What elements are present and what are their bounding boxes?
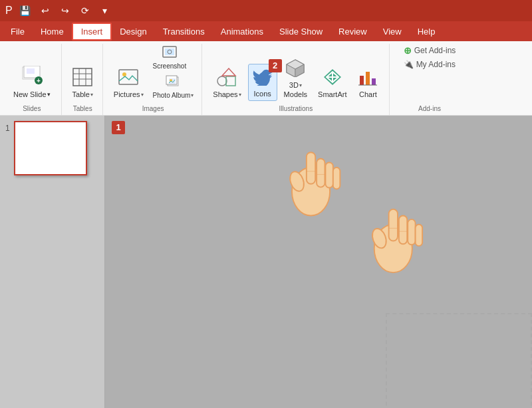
slide-thumb-container: 1 — [5, 121, 99, 175]
canvas-area: 1 — [105, 116, 532, 408]
svg-rect-11 — [119, 70, 138, 84]
3d-models-button[interactable]: 3D ▾ Models — [280, 56, 311, 101]
screenshot-label: Screenshot — [153, 62, 187, 70]
pictures-button[interactable]: Pictures ▾ — [110, 65, 148, 101]
quick-access-more-button[interactable]: ▾ — [98, 3, 112, 18]
svg-rect-34 — [366, 72, 370, 85]
ribbon-group-illustrations: Shapes ▾ Icons — [203, 44, 388, 115]
slide-thumbnail[interactable] — [14, 121, 87, 175]
screenshot-button[interactable]: Screenshot — [150, 44, 190, 72]
svg-rect-48 — [408, 219, 415, 245]
pictures-label: Pictures — [114, 90, 140, 98]
photo-album-icon — [166, 75, 180, 90]
smartart-button[interactable]: SmartArt — [314, 65, 350, 101]
ribbon-group-addins-items: ⊕ Get Add-ins 🔌 My Add-ins — [401, 44, 459, 104]
shapes-dropdown-icon: ▾ — [239, 92, 241, 98]
slide-panel: 1 — [0, 116, 105, 408]
svg-rect-46 — [389, 209, 398, 241]
menu-help[interactable]: Help — [410, 24, 444, 39]
ribbon: + New Slide ▾ Slides — [0, 41, 532, 116]
ribbon-group-tables-label: Tables — [73, 104, 92, 115]
step1-badge: 1 — [112, 121, 125, 134]
slide-number: 1 — [5, 124, 10, 133]
my-addins-button[interactable]: 🔌 My Add-ins — [401, 58, 458, 70]
ribbon-group-slides: + New Slide ▾ Slides — [3, 44, 62, 115]
ribbon-group-tables-items: Table ▾ — [68, 44, 97, 104]
menu-slideshow[interactable]: Slide Show — [271, 24, 331, 39]
ribbon-group-illustrations-label: Illustrations — [279, 104, 313, 115]
ribbon-content: + New Slide ▾ Slides — [0, 41, 532, 115]
ribbon-group-tables: Table ▾ Tables — [63, 44, 103, 115]
photo-album-button[interactable]: Photo Album ▾ — [150, 73, 197, 101]
hand-cursor-1 — [287, 152, 340, 215]
smartart-icon — [323, 68, 342, 89]
my-addins-icon: 🔌 — [404, 60, 414, 69]
screenshot-photo-group: Screenshot — [150, 44, 197, 101]
icons-button[interactable]: Icons 2 — [248, 64, 277, 101]
menu-bar: File Home Insert Design Transitions Anim… — [0, 21, 532, 41]
new-slide-button[interactable]: + New Slide ▾ — [8, 63, 56, 101]
save-button[interactable]: 💾 — [18, 3, 33, 18]
ribbon-group-illustrations-items: Shapes ▾ Icons — [209, 44, 382, 104]
ribbon-group-slides-items: + New Slide ▾ — [8, 44, 56, 104]
svg-point-20 — [217, 76, 227, 86]
title-bar: P 💾 ↩ ↪ ⟳ ▾ — [0, 0, 532, 21]
3d-models-icon — [285, 58, 305, 80]
icons-label: Icons — [253, 90, 271, 98]
svg-marker-22 — [222, 68, 235, 76]
menu-design[interactable]: Design — [112, 24, 154, 39]
get-addins-button[interactable]: ⊕ Get Add-ins — [401, 44, 459, 57]
svg-point-37 — [292, 167, 330, 215]
chart-button[interactable]: Chart — [353, 65, 382, 101]
svg-rect-35 — [372, 78, 376, 85]
svg-point-42 — [287, 169, 306, 193]
svg-rect-3 — [27, 68, 35, 74]
svg-rect-39 — [317, 159, 325, 187]
new-slide-icon: + — [21, 66, 43, 90]
svg-point-45 — [374, 225, 412, 272]
table-dropdown-arrow-icon: ▾ — [90, 92, 93, 98]
svg-rect-40 — [325, 162, 332, 187]
slide-placeholder-box — [386, 313, 532, 408]
3d-dropdown-icon: ▾ — [299, 82, 302, 88]
hand-cursor-2 — [370, 209, 422, 272]
menu-transitions[interactable]: Transitions — [155, 24, 213, 39]
smartart-label: SmartArt — [318, 90, 346, 98]
ribbon-group-images: Pictures ▾ Screensho — [104, 44, 202, 115]
step2-badge: 2 — [269, 59, 282, 72]
shapes-label: Shapes — [213, 90, 237, 98]
menu-home[interactable]: Home — [33, 24, 72, 39]
ribbon-group-addins: ⊕ Get Add-ins 🔌 My Add-ins Add-ins — [389, 44, 469, 115]
shapes-icon — [217, 68, 237, 89]
svg-text:+: + — [37, 77, 41, 84]
table-icon — [72, 68, 92, 89]
menu-animations[interactable]: Animations — [213, 24, 271, 39]
new-slide-label: New Slide ▾ — [13, 90, 51, 98]
chart-label: Chart — [359, 90, 377, 98]
redo-button[interactable]: ↪ — [58, 3, 72, 18]
table-button[interactable]: Table ▾ — [68, 65, 97, 101]
new-slide-arrow-icon: ▾ — [47, 91, 51, 98]
3d-models-label: 3D — [289, 81, 299, 89]
svg-rect-33 — [360, 76, 364, 85]
my-addins-label: My Add-ins — [416, 60, 456, 69]
chart-icon — [358, 68, 378, 89]
menu-view[interactable]: View — [375, 24, 410, 39]
3d-models-label2: Models — [284, 90, 307, 98]
shapes-button[interactable]: Shapes ▾ — [209, 65, 245, 101]
menu-review[interactable]: Review — [331, 24, 375, 39]
svg-point-12 — [122, 72, 126, 76]
ribbon-group-addins-label: Add-ins — [418, 104, 441, 115]
workspace: 1 — [0, 116, 532, 408]
repeat-button[interactable]: ⟳ — [78, 3, 92, 18]
undo-button[interactable]: ↩ — [38, 3, 53, 18]
ribbon-group-slides-label: Slides — [23, 104, 41, 115]
svg-rect-47 — [399, 215, 407, 244]
pictures-icon — [118, 68, 138, 89]
ribbon-group-images-label: Images — [142, 104, 164, 115]
svg-rect-38 — [307, 152, 315, 184]
get-addins-plus-icon: ⊕ — [404, 45, 412, 56]
menu-insert[interactable]: Insert — [72, 23, 112, 41]
menu-file[interactable]: File — [3, 24, 33, 39]
ribbon-group-images-items: Pictures ▾ Screensho — [110, 44, 196, 104]
